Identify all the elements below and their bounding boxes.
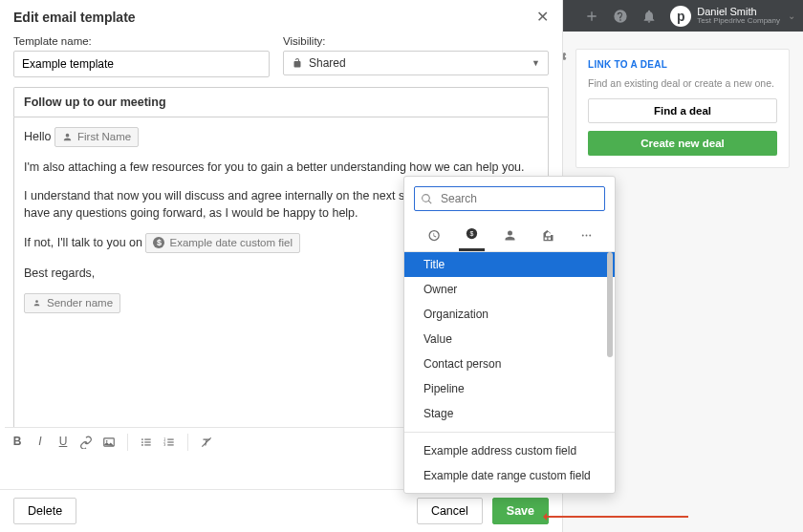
add-icon[interactable] [584, 9, 599, 24]
tab-org[interactable] [535, 221, 561, 251]
field-item-pipeline[interactable]: Pipeline [404, 376, 615, 401]
chip-sender-name[interactable]: Sender name [24, 293, 120, 313]
chevron-down-icon: ▼ [532, 58, 540, 68]
chip-label: First Name [77, 129, 131, 145]
body-p3a: If not, I'll talk to you on [24, 236, 142, 249]
bell-icon[interactable] [641, 9, 657, 24]
find-deal-button[interactable]: Find a deal [588, 98, 777, 123]
fields-list[interactable]: Title Owner Organization Value Contact p… [404, 252, 615, 493]
subject-input[interactable]: Follow up to our meeting [13, 87, 549, 117]
body-hello: Hello [24, 130, 52, 143]
template-name-input[interactable] [13, 51, 270, 77]
fields-search-input[interactable] [439, 191, 598, 206]
svg-text:$: $ [469, 230, 473, 237]
visibility-col: Visibility: Shared ▼ [283, 35, 549, 77]
dollar-icon: $ [153, 237, 164, 248]
tab-more[interactable] [574, 221, 599, 251]
fields-tabs: $ [404, 219, 615, 252]
svg-rect-8 [144, 444, 150, 445]
field-item-contact[interactable]: Contact person [404, 351, 615, 376]
avatar: p [670, 6, 691, 27]
svg-point-2 [106, 439, 108, 441]
modal-title: Edit email template [13, 10, 136, 25]
field-item-custom-daterange[interactable]: Example date range custom field [404, 463, 615, 488]
unlock-icon [292, 57, 303, 69]
svg-point-5 [141, 444, 143, 446]
svg-rect-7 [144, 441, 150, 442]
svg-point-3 [141, 438, 143, 440]
deal-card: LINK TO A DEAL Find an existing deal or … [575, 49, 790, 168]
help-icon[interactable] [613, 9, 628, 24]
chip-label: Example date custom fiel [169, 235, 292, 251]
svg-point-20 [589, 234, 591, 236]
delete-button[interactable]: Delete [13, 498, 76, 524]
person-circle-icon [32, 298, 42, 309]
italic-button[interactable]: I [33, 436, 47, 449]
template-name-label: Template name: [13, 35, 270, 47]
visibility-label: Visibility: [283, 35, 549, 47]
create-deal-button[interactable]: Create new deal [588, 131, 777, 156]
deal-card-title: LINK TO A DEAL [588, 59, 777, 70]
svg-point-4 [141, 441, 143, 443]
svg-rect-12 [167, 438, 173, 439]
separator [127, 434, 128, 451]
svg-point-0 [35, 300, 38, 303]
chip-date-field[interactable]: $ Example date custom fiel [145, 233, 299, 253]
user-menu[interactable]: p Daniel Smith Test Pipedrive Company ⌄ [670, 6, 795, 27]
user-company: Test Pipedrive Company [697, 17, 780, 25]
deal-card-sub: Find an existing deal or create a new on… [588, 77, 777, 89]
field-item-organization[interactable]: Organization [404, 302, 615, 327]
tab-person[interactable] [497, 221, 523, 251]
chip-label: Sender name [47, 295, 113, 311]
body-p1: I'm also attaching a few resources for y… [24, 159, 538, 176]
svg-rect-13 [167, 441, 173, 442]
field-item-title[interactable]: Title [404, 252, 615, 277]
separator [187, 434, 188, 451]
svg-point-19 [585, 234, 587, 236]
fields-search[interactable] [414, 186, 605, 211]
app-topbar: p Daniel Smith Test Pipedrive Company ⌄ [561, 0, 803, 32]
field-item-custom-address[interactable]: Example address custom field [404, 438, 615, 463]
modal-header: Edit email template ✕ [0, 0, 562, 35]
number-list-button[interactable]: 123 [163, 436, 176, 449]
svg-text:3: 3 [163, 443, 165, 447]
divider [404, 432, 615, 433]
template-name-col: Template name: [13, 35, 270, 77]
image-button[interactable] [102, 436, 116, 449]
tab-deal[interactable]: $ [459, 221, 485, 251]
user-text: Daniel Smith Test Pipedrive Company [697, 7, 780, 26]
close-icon[interactable]: ✕ [536, 8, 549, 26]
clear-format-button[interactable] [200, 436, 213, 449]
cancel-button[interactable]: Cancel [417, 498, 483, 524]
visibility-select[interactable]: Shared ▼ [283, 51, 549, 75]
search-icon [421, 193, 433, 205]
field-item-owner[interactable]: Owner [404, 277, 615, 302]
field-item-value[interactable]: Value [404, 327, 615, 351]
underline-button[interactable]: U [56, 436, 70, 449]
visibility-value: Shared [309, 56, 346, 70]
modal-footer: Delete Cancel Save [0, 489, 562, 532]
chevron-down-icon: ⌄ [788, 11, 795, 21]
person-icon [62, 132, 73, 142]
bullet-list-button[interactable] [140, 436, 153, 449]
chip-first-name[interactable]: First Name [54, 127, 139, 147]
field-item-custom-date[interactable]: Example date custom field [404, 488, 615, 493]
tab-recent[interactable] [421, 221, 446, 251]
fields-popover: $ Title Owner Organization Value Contact… [403, 176, 616, 494]
field-item-stage[interactable]: Stage [404, 401, 615, 426]
bold-button[interactable]: B [11, 436, 24, 449]
form-row: Template name: Visibility: Shared ▼ [0, 35, 562, 87]
link-button[interactable] [79, 436, 93, 449]
scrollbar[interactable] [607, 252, 613, 357]
svg-rect-14 [167, 444, 173, 445]
svg-rect-6 [144, 438, 150, 439]
annotation-arrow [545, 516, 688, 518]
svg-point-18 [581, 234, 583, 236]
